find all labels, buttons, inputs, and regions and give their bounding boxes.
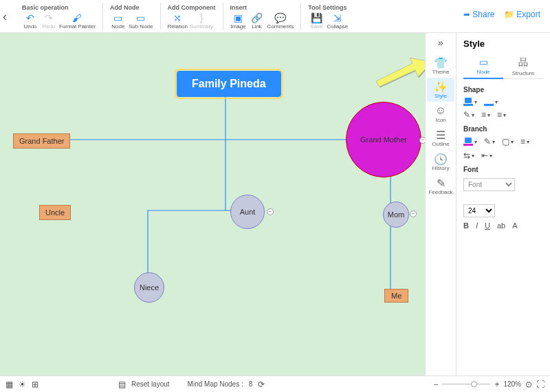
link-icon: 🔗 xyxy=(251,12,263,23)
font-size-select[interactable]: 24 xyxy=(463,204,495,217)
branch-color[interactable]: ▾ xyxy=(463,138,477,146)
node-aunt[interactable]: Aunt xyxy=(230,195,265,229)
comments-icon: 💬 xyxy=(274,12,286,23)
node-grandmother[interactable]: Grand Mother xyxy=(346,102,421,177)
collapse-toggle[interactable]: − xyxy=(410,210,417,217)
refresh-icon[interactable]: ⟳ xyxy=(258,380,265,389)
toolbar-image[interactable]: ▣Image xyxy=(230,12,247,30)
shape-fill-color[interactable]: ▾ xyxy=(463,98,477,106)
collapse-panel-button[interactable]: » xyxy=(438,37,443,48)
toolbar-subnode[interactable]: ▭Sub Node xyxy=(129,12,153,30)
grid-icon[interactable]: ⊞ xyxy=(32,380,38,389)
status-bar: ▦ ☀ ⊞ ▤ Reset layout Mind Map Nodes : 8 … xyxy=(0,375,550,392)
toolbar-redo: ↷Redo xyxy=(41,12,57,30)
shape-line-dash[interactable]: ≡▾ xyxy=(497,110,506,120)
toolbar-node[interactable]: ▭Node xyxy=(110,12,126,30)
outline-icon: ☰ xyxy=(436,129,446,141)
rail-theme[interactable]: 👕Theme xyxy=(427,54,454,78)
italic-button[interactable]: I xyxy=(476,221,478,230)
rail-style[interactable]: ✨Style xyxy=(427,78,454,102)
style-icon: ✨ xyxy=(434,80,448,93)
node-uncle[interactable]: Uncle xyxy=(39,205,71,220)
annotation-arrow xyxy=(373,54,425,88)
node-count-value: 8 xyxy=(249,380,253,388)
node-me[interactable]: Me xyxy=(384,289,408,303)
collapse-toggle[interactable]: − xyxy=(267,208,274,215)
theme-icon: 👕 xyxy=(434,56,448,69)
node-niece[interactable]: Niece xyxy=(134,272,164,303)
bold-button[interactable]: B xyxy=(463,221,469,230)
section-font: Font xyxy=(463,166,543,173)
shape-line-color[interactable]: ▾ xyxy=(484,98,498,106)
shape-border-style[interactable]: ✎▾ xyxy=(463,110,474,120)
collapse-toggle[interactable]: − xyxy=(419,137,425,144)
top-toolbar: ‹ Basic operation↶Undo↷Redo🖌Format Paint… xyxy=(0,0,550,33)
mode-icon[interactable]: ▦ xyxy=(6,380,13,389)
toolbar-fmt[interactable]: 🖌Format Painter xyxy=(59,12,96,30)
zoom-value: 120% xyxy=(503,380,521,388)
panel-tab-node[interactable]: ▭Node xyxy=(463,54,503,79)
zoom-in-button[interactable]: + xyxy=(494,380,499,389)
rail-outline[interactable]: ☰Outline xyxy=(427,126,454,150)
summary-icon: } xyxy=(200,12,204,23)
section-shape: Shape xyxy=(463,86,543,94)
shape-line-solid[interactable]: ≡▾ xyxy=(481,110,490,120)
toolbar-summary: }Summary xyxy=(190,12,213,30)
reset-layout-label[interactable]: Reset layout xyxy=(131,380,170,388)
toolbar-undo[interactable]: ↶Undo xyxy=(22,12,38,30)
redo-icon: ↷ xyxy=(45,12,53,23)
undo-icon: ↶ xyxy=(26,12,34,23)
reset-layout-icon[interactable]: ▤ xyxy=(118,380,126,389)
toolbar-comments[interactable]: 💬Comments xyxy=(267,12,294,30)
image-icon: ▣ xyxy=(234,12,243,23)
branch-shape[interactable]: ▢▾ xyxy=(502,137,514,146)
node-count-label: Mind Map Nodes : xyxy=(188,380,243,388)
rail-icon[interactable]: ☺Icon xyxy=(427,102,454,126)
structure-icon: 品 xyxy=(518,56,528,69)
node-grandfather[interactable]: Grand Father xyxy=(13,133,70,149)
toolbar-save: 💾Save xyxy=(308,12,324,30)
save-icon: 💾 xyxy=(311,12,322,23)
side-rail: » 👕Theme✨Style☺Icon☰Outline🕓History✎Feed… xyxy=(425,33,456,375)
node-root[interactable]: Family Pineda xyxy=(177,71,281,97)
relation-icon: ⤭ xyxy=(173,12,182,23)
collapse-icon: ⇲ xyxy=(333,12,342,23)
font-family-select[interactable]: Font xyxy=(463,178,515,191)
history-icon: 🕓 xyxy=(434,153,448,165)
node-icon: ▭ xyxy=(479,56,488,67)
back-button[interactable]: ‹ xyxy=(1,3,15,31)
share-button[interactable]: ➦Share xyxy=(463,10,494,19)
branch-width[interactable]: ≡▾ xyxy=(520,137,529,146)
icon-icon: ☺ xyxy=(435,105,446,117)
mindmap-canvas[interactable]: Family Pineda Grand Father Grand Mother … xyxy=(0,33,425,375)
fmt-icon: 🖌 xyxy=(72,12,82,23)
style-panel: Style ▭Node品Structure Shape ▾ ▾ ✎▾ ≡▾ ≡▾… xyxy=(456,33,550,375)
rail-feedback[interactable]: ✎Feedback xyxy=(427,174,454,198)
zoom-slider[interactable] xyxy=(442,384,490,384)
strike-button[interactable]: ab xyxy=(497,221,505,230)
toolbar-collapse[interactable]: ⇲Collapse xyxy=(327,12,348,30)
fullscreen-icon[interactable]: ⛶ xyxy=(536,380,544,389)
toolbar-relation[interactable]: ⤭Relation xyxy=(168,12,188,30)
underline-button[interactable]: U xyxy=(485,221,490,230)
rail-history[interactable]: 🕓History xyxy=(427,150,454,174)
section-branch: Branch xyxy=(463,125,543,133)
branch-pen[interactable]: ✎▾ xyxy=(484,137,495,146)
export-icon: 📁 xyxy=(504,10,514,19)
share-icon: ➦ xyxy=(463,10,470,19)
node-icon: ▭ xyxy=(113,12,122,23)
zoom-out-button[interactable]: − xyxy=(433,380,438,389)
toolbar-link[interactable]: 🔗Link xyxy=(249,12,265,30)
branch-style1[interactable]: ⇆▾ xyxy=(463,151,474,160)
export-button[interactable]: 📁Export xyxy=(504,10,540,19)
brightness-icon[interactable]: ☀ xyxy=(19,380,26,389)
node-mom[interactable]: Mom xyxy=(383,202,409,228)
panel-tab-structure[interactable]: 品Structure xyxy=(503,54,543,78)
subnode-icon: ▭ xyxy=(136,12,145,23)
branch-style2[interactable]: ⇤▾ xyxy=(481,151,492,160)
font-color-button[interactable]: A xyxy=(512,221,517,230)
feedback-icon: ✎ xyxy=(437,177,446,189)
fit-icon[interactable]: ⊙ xyxy=(525,380,532,389)
panel-title: Style xyxy=(463,39,543,49)
